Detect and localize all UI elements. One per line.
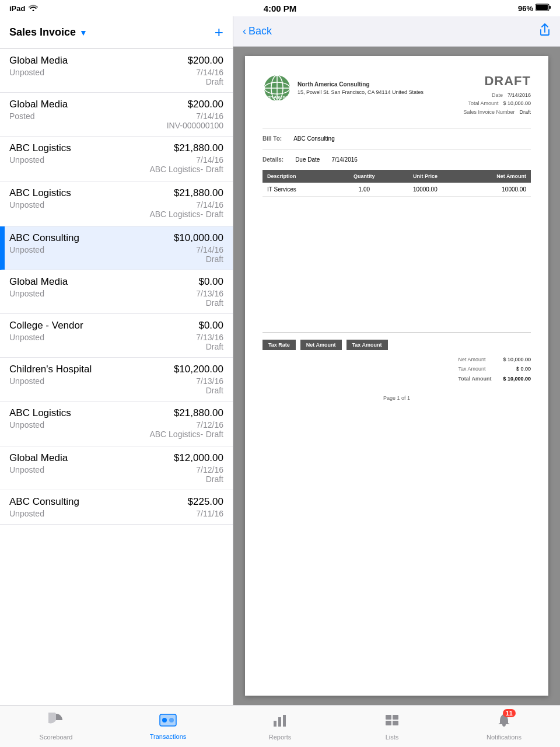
invoice-row3: Draft bbox=[9, 254, 223, 264]
invoice-date: 7/12/16 bbox=[196, 465, 223, 474]
invoice-row2: Unposted 7/13/16 bbox=[9, 333, 223, 342]
transactions-icon-wrapper bbox=[159, 713, 177, 731]
svg-rect-17 bbox=[386, 715, 391, 720]
invoice-date: 7/12/16 bbox=[196, 420, 223, 430]
lists-label: Lists bbox=[386, 734, 399, 741]
header-title-group[interactable]: Sales Invoice ▼ bbox=[9, 26, 88, 39]
invoice-row2: Unposted 7/13/16 bbox=[9, 289, 223, 298]
invoice-ref: Draft bbox=[206, 386, 223, 395]
invoice-row3: ABC Logistics- Draft bbox=[9, 165, 223, 175]
doc-divider-1 bbox=[262, 128, 531, 128]
invoice-ref: Draft bbox=[206, 342, 223, 351]
doc-header: North American Consulting North America … bbox=[262, 74, 531, 116]
invoice-item[interactable]: ABC Logistics $21,880.00 Unposted 7/14/1… bbox=[0, 137, 233, 181]
tab-lists[interactable]: Lists bbox=[336, 706, 448, 747]
invoice-amount: $0.00 bbox=[198, 320, 223, 331]
tab-scoreboard[interactable]: Scoreboard bbox=[0, 706, 112, 747]
invoice-amount: $0.00 bbox=[198, 276, 223, 288]
invoice-date: 7/11/16 bbox=[196, 509, 223, 518]
doc-table-header: Description Quantity Unit Price Net Amou… bbox=[262, 170, 531, 183]
invoice-name: Global Media bbox=[9, 99, 68, 110]
invoice-name: ABC Logistics bbox=[9, 187, 71, 199]
notifications-icon-wrapper: 11 bbox=[497, 713, 511, 731]
reports-label: Reports bbox=[269, 734, 292, 741]
right-header: ‹ Back bbox=[233, 16, 560, 47]
invoice-amount: $10,000.00 bbox=[174, 232, 223, 244]
invoice-item[interactable]: Global Media $12,000.00 Unposted 7/12/16… bbox=[0, 446, 233, 490]
svg-point-12 bbox=[162, 718, 167, 722]
invoice-row3: Draft bbox=[9, 342, 223, 351]
scoreboard-label: Scoreboard bbox=[40, 734, 73, 741]
invoice-row3: INV-000000100 bbox=[9, 121, 223, 130]
invoice-item[interactable]: ABC Consulting $225.00 Unposted 7/11/16 bbox=[0, 490, 233, 525]
status-right: 96% bbox=[518, 4, 551, 13]
battery-icon bbox=[536, 4, 551, 13]
invoice-item[interactable]: ABC Logistics $21,880.00 Unposted 7/14/1… bbox=[0, 181, 233, 226]
invoice-item[interactable]: Global Media $200.00 Unposted 7/14/16 Dr… bbox=[0, 49, 233, 93]
back-button[interactable]: ‹ Back bbox=[243, 25, 272, 37]
invoice-row1: College - Vendor $0.00 bbox=[9, 320, 223, 331]
invoice-date: 7/13/16 bbox=[196, 289, 223, 298]
invoice-ref: ABC Logistics- bbox=[149, 165, 203, 175]
reports-icon-wrapper bbox=[272, 713, 288, 731]
invoice-amount: $21,880.00 bbox=[174, 142, 223, 154]
invoice-status: Unposted bbox=[9, 376, 44, 386]
invoice-name: Children's Hospital bbox=[9, 364, 92, 375]
invoice-item[interactable]: College - Vendor $0.00 Unposted 7/13/16 … bbox=[0, 314, 233, 358]
transactions-icon bbox=[159, 714, 177, 730]
invoice-row3: ABC Logistics- Draft bbox=[9, 430, 223, 440]
invoice-item[interactable]: Global Media $0.00 Unposted 7/13/16 Draf… bbox=[0, 270, 233, 314]
invoice-date: 7/14/16 bbox=[196, 68, 223, 77]
invoice-row1: Global Media $12,000.00 bbox=[9, 452, 223, 464]
cell-unit-price: 10000.00 bbox=[393, 183, 457, 197]
invoice-row3: Draft bbox=[9, 474, 223, 484]
invoice-row3: Draft bbox=[9, 298, 223, 308]
invoice-ref: INV-000000100 bbox=[167, 121, 223, 130]
invoice-row2: Unposted 7/14/16 bbox=[9, 245, 223, 254]
invoice-date: 7/13/16 bbox=[196, 376, 223, 386]
cell-quantity: 1.00 bbox=[335, 183, 393, 197]
invoice-row3: Draft bbox=[9, 77, 223, 86]
svg-rect-2 bbox=[536, 5, 548, 10]
invoice-amount: $200.00 bbox=[188, 99, 223, 110]
add-invoice-button[interactable]: + bbox=[215, 23, 223, 41]
doc-table-body: IT Services 1.00 10000.00 10000.00 bbox=[262, 183, 531, 197]
invoice-row2: Posted 7/14/16 bbox=[9, 111, 223, 121]
tax-amount-header: Tax Amount bbox=[346, 340, 388, 350]
invoice-name: ABC Logistics bbox=[9, 407, 71, 419]
invoice-row1: ABC Logistics $21,880.00 bbox=[9, 187, 223, 199]
invoice-item[interactable]: ABC Logistics $21,880.00 Unposted 7/12/1… bbox=[0, 402, 233, 446]
invoice-row2: Unposted 7/11/16 bbox=[9, 509, 223, 518]
svg-rect-19 bbox=[386, 721, 391, 725]
device-label: iPad bbox=[9, 4, 25, 13]
cell-net-amount: 10000.00 bbox=[457, 183, 531, 197]
tab-reports[interactable]: Reports bbox=[224, 706, 336, 747]
tab-transactions[interactable]: Transactions bbox=[112, 706, 224, 747]
invoice-item[interactable]: Global Media $200.00 Posted 7/14/16 INV-… bbox=[0, 93, 233, 137]
invoice-row1: ABC Consulting $225.00 bbox=[9, 496, 223, 508]
svg-rect-16 bbox=[283, 715, 286, 727]
invoice-row3: Draft bbox=[9, 386, 223, 395]
invoice-item[interactable]: Children's Hospital $10,200.00 Unposted … bbox=[0, 358, 233, 402]
lists-icon bbox=[384, 715, 400, 731]
svg-point-13 bbox=[169, 718, 174, 722]
invoice-status: Unposted bbox=[9, 465, 44, 474]
invoice-name: Global Media bbox=[9, 452, 68, 464]
page-number: Page 1 of 1 bbox=[262, 395, 531, 401]
totals-tax-row: Tax Amount $ 0.00 bbox=[458, 364, 531, 374]
invoice-status: Unposted bbox=[9, 333, 44, 342]
col-description: Description bbox=[262, 170, 335, 183]
back-label: Back bbox=[249, 25, 272, 37]
tab-notifications[interactable]: 11 Notifications bbox=[448, 706, 560, 747]
totals-total-row: Total Amount $ 10,000.00 bbox=[458, 374, 531, 383]
chevron-down-icon[interactable]: ▼ bbox=[79, 28, 88, 37]
invoice-row2: Unposted 7/14/16 bbox=[9, 68, 223, 77]
invoice-name: Global Media bbox=[9, 276, 68, 288]
invoice-row2: Unposted 7/13/16 bbox=[9, 376, 223, 386]
invoice-date: 7/14/16 bbox=[196, 200, 223, 210]
scoreboard-icon bbox=[48, 715, 64, 731]
doc-details: Details: Due Date 7/14/2016 bbox=[262, 156, 531, 163]
invoice-ref: ABC Logistics- bbox=[149, 430, 203, 440]
share-button[interactable] bbox=[539, 23, 551, 39]
invoice-item[interactable]: ABC Consulting $10,000.00 Unposted 7/14/… bbox=[0, 226, 233, 270]
